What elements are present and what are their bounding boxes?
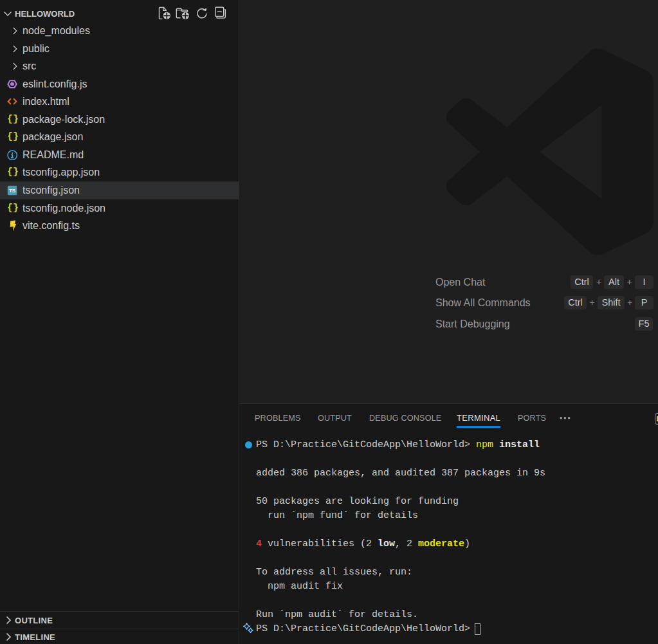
- svg-text:TS: TS: [9, 188, 16, 194]
